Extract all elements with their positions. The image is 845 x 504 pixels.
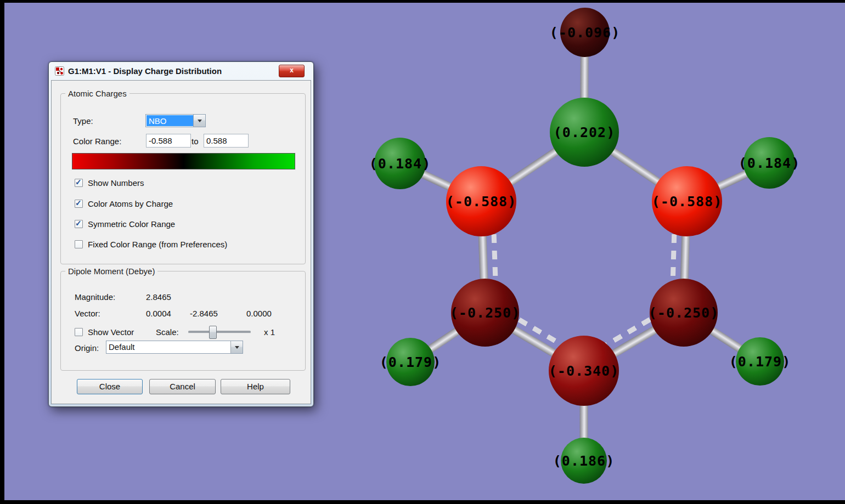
show-vector-checkbox[interactable] [75, 328, 83, 336]
charge-type-dropdown[interactable]: NBO [145, 114, 206, 127]
charge-label: (0.184) [369, 156, 431, 172]
show-numbers-label: Show Numbers [88, 178, 144, 188]
atomic-charges-legend: Atomic Charges [65, 89, 129, 98]
origin-value: Default [106, 341, 230, 353]
charge-distribution-dialog: G1:M1:V1 - Display Charge Distribution x… [48, 61, 314, 407]
type-label: Type: [73, 116, 93, 126]
vector-x-value: 0.0004 [146, 309, 171, 318]
close-button[interactable]: Close [77, 379, 143, 394]
charge-type-value: NBO [147, 115, 193, 126]
show-numbers-row[interactable]: Show Numbers [75, 178, 144, 188]
dipole-moment-legend: Dipole Moment (Debye) [65, 267, 157, 276]
charge-label: (0.202) [554, 124, 615, 140]
color-range-min-input[interactable] [146, 134, 191, 148]
color-range-label: Color Range: [73, 137, 121, 146]
dialog-titlebar[interactable]: G1:M1:V1 - Display Charge Distribution [49, 62, 313, 80]
charge-label: (-0.096) [550, 25, 620, 41]
origin-dropdown[interactable]: Default [106, 341, 243, 354]
color-atoms-label: Color Atoms by Charge [88, 199, 173, 208]
scale-factor-value: x 1 [264, 327, 275, 337]
scale-label: Scale: [156, 327, 179, 337]
scale-slider-thumb[interactable] [209, 326, 217, 339]
dialog-body: Atomic Charges Type: NBO Color Range: to… [51, 80, 311, 404]
charge-label: (0.179) [729, 354, 791, 370]
magnitude-value: 2.8465 [146, 292, 171, 302]
charge-label: (-0.250) [649, 305, 719, 321]
help-button[interactable]: Help [221, 379, 290, 394]
charge-color-gradient [72, 153, 295, 169]
color-atoms-checkbox[interactable] [75, 200, 83, 208]
vector-z-value: 0.0000 [246, 309, 272, 318]
magnitude-label: Magnitude: [75, 292, 115, 302]
charge-label: (-0.340) [549, 363, 619, 379]
vector-y-value: -2.8465 [190, 309, 218, 318]
dipole-moment-group: Dipole Moment (Debye) Magnitude: 2.8465 … [60, 271, 306, 371]
scale-slider-track[interactable] [188, 331, 251, 333]
fixed-range-row[interactable]: Fixed Color Range (from Preferences) [75, 239, 227, 249]
cancel-button[interactable]: Cancel [149, 379, 216, 394]
show-vector-row[interactable]: Show Vector [75, 327, 134, 337]
show-numbers-checkbox[interactable] [75, 179, 83, 187]
chevron-down-icon[interactable] [230, 341, 243, 353]
charge-label: (0.186) [553, 453, 615, 469]
fixed-range-label: Fixed Color Range (from Preferences) [88, 240, 227, 249]
fixed-range-checkbox[interactable] [75, 240, 83, 248]
charge-label: (-0.588) [652, 194, 722, 209]
color-range-max-input[interactable] [204, 134, 249, 148]
gaussview-app-icon [55, 66, 64, 76]
color-range-to-label: to [191, 137, 199, 146]
vector-label: Vector: [75, 309, 100, 318]
symmetric-range-label: Symmetric Color Range [88, 219, 175, 229]
color-atoms-row[interactable]: Color Atoms by Charge [75, 199, 173, 208]
charge-label: (0.184) [739, 155, 800, 171]
atomic-charges-group: Atomic Charges Type: NBO Color Range: to… [60, 93, 306, 264]
charge-label: (0.179) [380, 354, 441, 370]
charge-label: (-0.588) [446, 194, 516, 209]
origin-label: Origin: [75, 343, 99, 353]
close-icon[interactable]: x [279, 65, 305, 77]
charge-label: (-0.250) [450, 305, 520, 321]
dialog-title: G1:M1:V1 - Display Charge Distribution [68, 66, 222, 76]
symmetric-range-row[interactable]: Symmetric Color Range [75, 219, 175, 229]
chevron-down-icon[interactable] [193, 115, 205, 127]
symmetric-range-checkbox[interactable] [75, 220, 83, 228]
show-vector-label: Show Vector [88, 327, 134, 337]
